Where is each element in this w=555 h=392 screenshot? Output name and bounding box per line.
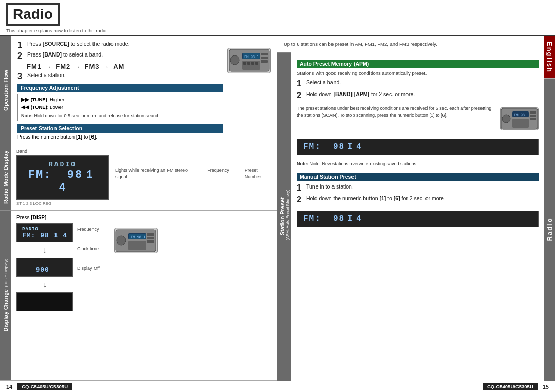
main-layout: Operation Flow 1 Press [SOURCE] to selec… (0, 36, 555, 381)
svg-point-23 (502, 115, 510, 123)
display-change-label: Display Change (DISP: Display) (0, 211, 11, 380)
disp-annot-clock: Clock time (77, 246, 100, 251)
radio-mode-label: Radio Mode Display (0, 144, 11, 210)
preset-sel-text: Press the numeric button [1] to [6]. (17, 134, 223, 140)
disp-annot-off: Display Off (77, 266, 100, 271)
display-change-sub: (DISP: Display) (4, 259, 8, 288)
svg-point-1 (230, 55, 239, 65)
svg-rect-19 (147, 237, 154, 239)
right-col-inner: Up to 6 stations can be preset in AM, FM… (278, 36, 544, 381)
station-preset-section: Station Preset (APM, Auto Preset Memory)… (278, 52, 544, 381)
svg-text:FM 98.1: FM 98.1 (514, 113, 529, 117)
apm-step-2: 2 Hold down [BAND] [APM] for 2 sec. or m… (297, 91, 539, 100)
page-footer: 14 CQ-C5405U/C5305U CQ-C5405U/C5305U 15 (0, 381, 555, 392)
side-labels: English Radio (544, 36, 555, 381)
svg-rect-9 (243, 62, 246, 65)
footer-right-page: 15 (543, 384, 549, 390)
svg-rect-28 (530, 118, 536, 120)
annotation-group: Lights while receiving an FM stereo sign… (115, 167, 272, 180)
apm-note: Note: Note: New stations overwrite exist… (297, 161, 539, 167)
footer-left-page: 14 (6, 384, 12, 390)
radio-mode-section: Radio Mode Display Band RADIO FM: 98 1 4… (0, 144, 277, 211)
manual-step-1: 1 Tune in to a station. (297, 183, 539, 193)
svg-rect-20 (147, 240, 154, 243)
disp-annot-freq: Frequency (77, 227, 100, 232)
footer-left: 14 CQ-C5405U/C5305U (6, 383, 72, 390)
freq-adj-box: ▶▶ (TUNE): Higher ◀◀ (TUNE): Lower Note:… (17, 94, 223, 121)
svg-text:FM 98.1: FM 98.1 (131, 235, 146, 239)
english-label: English (544, 36, 555, 78)
step-2: 2 Press [BAND] to select a band. (17, 51, 223, 61)
svg-point-14 (117, 236, 126, 245)
disp-screen-1: RADIO FM: 98 1 4 (16, 223, 73, 242)
display-change-section: Display Change (DISP: Display) Press [DI… (0, 211, 277, 381)
svg-rect-29 (512, 119, 529, 128)
display-top-line: RADIO (25, 161, 101, 169)
preset-num-annotation: Preset Number (245, 167, 272, 180)
left-column: Operation Flow 1 Press [SOURCE] to selec… (0, 36, 278, 381)
apm-step2-note: The preset stations under best receiving… (297, 105, 495, 119)
svg-rect-18 (147, 233, 154, 236)
operation-flow-label: Operation Flow (0, 36, 11, 144)
apm-header: Auto Preset Memory (APM) (297, 60, 539, 68)
arrow-down-1: ↓ (16, 246, 73, 255)
apm-step-1-text: Select a band. (306, 79, 341, 86)
radio-mode-content: Band RADIO FM: 98 1 4 ST 1 2 3 LOC REG (11, 144, 277, 210)
step-3: 3 Select a station. (17, 72, 223, 81)
top-note-text: Up to 6 stations can be preset in AM, FM… (284, 41, 538, 48)
device-image-disp-container: FM 98.1 (114, 226, 158, 255)
disp-items: RADIO FM: 98 1 4 ↓ 900 ↓ (16, 223, 272, 311)
freq-line-2: ◀◀ (TUNE): Lower (21, 104, 219, 111)
freq-line-1: ▶▶ (TUNE): Higher (21, 96, 219, 103)
apm-step-1: 1 Select a band. (297, 79, 539, 88)
apm-step-2-text: Hold down [BAND] [APM] for 2 sec. or mor… (306, 91, 415, 98)
radio-mode-display: RADIO FM: 98 1 4 (16, 155, 109, 200)
display-bot-line: FM: 98 1 4 (25, 169, 101, 194)
page-title: Radio (6, 3, 60, 26)
freq-annotation: Frequency (207, 167, 229, 180)
header-subtitle: This chapter explains how to listen to t… (6, 28, 549, 33)
station-preset-label: Station Preset (APM, Auto Preset Memory) (278, 52, 291, 381)
op-flow-with-img: 1 Press [SOURCE] to select the radio mod… (17, 41, 271, 140)
preset-sel-header: Preset Station Selection (17, 124, 223, 133)
device-image-apm-container: FM 98.1 (500, 105, 539, 133)
arrow-down-2: ↓ (16, 280, 73, 289)
manual-preset-display: FM: 98 I 4 (297, 211, 539, 227)
svg-rect-27 (530, 115, 536, 117)
station-preset-content: Auto Preset Memory (APM) Stations with g… (291, 52, 544, 381)
svg-rect-12 (255, 62, 258, 65)
disp-press-text: Press [DISP]. (16, 215, 272, 220)
operation-flow-content: 1 Press [SOURCE] to select the radio mod… (11, 36, 277, 144)
apm-desc: Stations with good receiving conditions … (297, 70, 539, 76)
lights-annotation: Lights while receiving an FM stereo sign… (115, 167, 192, 180)
page-header: Radio This chapter explains how to liste… (0, 0, 555, 36)
right-column: Up to 6 stations can be preset in AM, FM… (278, 36, 555, 381)
manual-step-1-text: Tune in to a station. (306, 183, 354, 191)
step-1: 1 Press [SOURCE] to select the radio mod… (17, 41, 223, 50)
svg-rect-10 (247, 62, 250, 65)
svg-rect-26 (530, 111, 536, 114)
freq-note: Note: Hold down for 0.5 sec. or more and… (21, 113, 219, 119)
display-change-content: Press [DISP]. RADIO FM: 98 1 4 ↓ (11, 211, 277, 380)
svg-rect-7 (261, 60, 268, 63)
device-image-disp: FM 98.1 (114, 228, 158, 253)
display-note: ST 1 2 3 LOC REG (16, 201, 51, 206)
footer-right: CQ-C5405U/C5305U 15 (483, 383, 549, 390)
device-image-op: FM 98.1 (227, 48, 271, 73)
radio-label: Radio (544, 78, 555, 381)
right-top-note: Up to 6 stations can be preset in AM, FM… (278, 36, 544, 52)
step-3-text: Select a station. (27, 72, 66, 79)
apm-preset-display: FM: 98 I 4 (297, 139, 539, 155)
disp-screen-off (16, 292, 73, 311)
svg-text:FM 98.1: FM 98.1 (244, 55, 260, 59)
manual-header: Manual Station Preset (297, 173, 539, 181)
manual-step-2: 2 Hold down the numeric button [1] to [6… (297, 195, 539, 204)
disp-screen-2: 900 (16, 258, 73, 277)
svg-rect-21 (128, 241, 146, 250)
svg-rect-6 (261, 57, 268, 59)
op-flow-text: 1 Press [SOURCE] to select the radio mod… (17, 41, 223, 140)
footer-right-model: CQ-C5405U/C5305U (483, 383, 538, 390)
step-2-text: Press [BAND] to select a band. (27, 51, 103, 59)
operation-flow-section: Operation Flow 1 Press [SOURCE] to selec… (0, 36, 277, 145)
disp-annotations: Frequency Clock time Display Off (77, 223, 100, 271)
